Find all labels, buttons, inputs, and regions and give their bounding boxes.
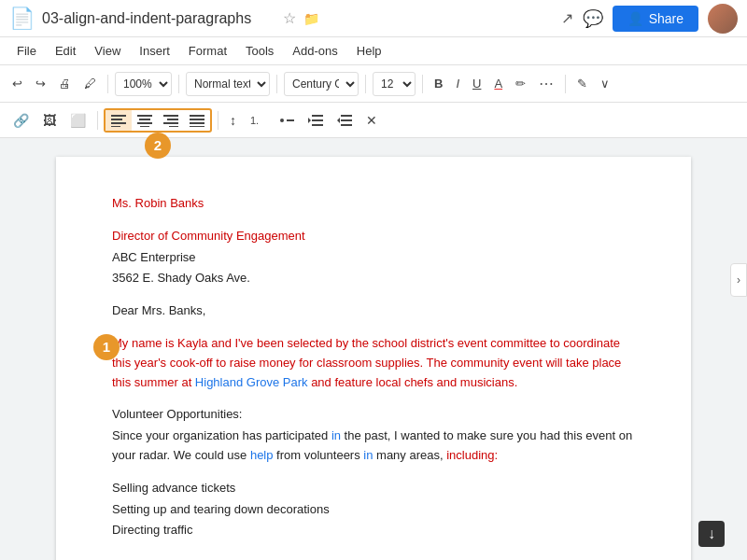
edit-pencil-button[interactable]: ✎ (572, 73, 592, 94)
chat-icon[interactable]: 💬 (583, 8, 603, 29)
svg-rect-13 (190, 119, 204, 120)
line-spacing-button[interactable]: ↕ (224, 109, 242, 132)
clear-formatting-button[interactable]: ✕ (360, 109, 383, 132)
trend-icon[interactable]: ↗ (561, 9, 573, 27)
avatar (708, 4, 738, 34)
svg-rect-0 (111, 115, 126, 117)
paint-format-button[interactable]: 🖊 (79, 73, 101, 94)
svg-point-17 (280, 119, 284, 122)
svg-rect-14 (190, 122, 204, 124)
toolbar: ↩ ↪ 🖨 🖊 100% Normal text Century Go... 1… (0, 65, 747, 103)
svg-rect-6 (137, 122, 152, 124)
align-justify-button[interactable] (184, 110, 210, 131)
greeting: Dear Mrs. Banks, (112, 301, 635, 321)
separator (276, 75, 277, 93)
share-button[interactable]: 👤 Share (613, 6, 698, 32)
list-item-1: Selling advance tickets (112, 479, 635, 498)
undo-button[interactable]: ↩ (7, 73, 27, 94)
menu-tools[interactable]: Tools (238, 41, 281, 61)
volunteer-paragraph: Since your organization has participated… (112, 427, 635, 466)
svg-rect-2 (111, 122, 126, 124)
style-select[interactable]: Normal text (186, 72, 270, 96)
svg-rect-21 (312, 124, 323, 126)
sender-address: 3562 E. Shady Oaks Ave. (112, 269, 635, 288)
menu-help[interactable]: Help (349, 41, 389, 61)
svg-rect-12 (190, 115, 204, 117)
svg-rect-1 (111, 119, 122, 120)
step-badge-2: 2 (145, 133, 171, 159)
svg-rect-4 (137, 115, 152, 117)
svg-rect-20 (312, 119, 323, 121)
sender-company: ABC Enterprise (112, 248, 635, 268)
title-bar: 📄 03-align-and-indent-paragraphs ☆ 📁 ↗ 💬… (0, 0, 747, 37)
doc-icon: 📄 (9, 7, 35, 31)
list-item-3: Directing traffic (112, 521, 635, 540)
more-options-button[interactable]: ⋯ (534, 71, 558, 96)
svg-rect-3 (111, 126, 120, 127)
underline-button[interactable]: U (468, 73, 486, 94)
list-item-2: Setting up and tearing down decorations (112, 500, 635, 520)
share-icon: 👤 (627, 11, 643, 26)
expand-button[interactable]: ∨ (596, 73, 614, 94)
separator (107, 75, 108, 93)
sidebar-tab[interactable]: › (730, 263, 747, 297)
svg-rect-25 (341, 124, 352, 126)
separator (178, 75, 179, 93)
italic-button[interactable]: I (451, 73, 464, 94)
align-group (104, 108, 212, 133)
align-left-button[interactable] (106, 110, 132, 131)
folder-icon[interactable]: 📁 (303, 11, 319, 26)
menu-view[interactable]: View (87, 41, 128, 61)
zoom-select[interactable]: 100% (115, 72, 172, 96)
sender-title: Director of Community Engagement (112, 227, 635, 246)
text-color-button[interactable]: A (489, 73, 507, 94)
bold-button[interactable]: B (430, 73, 447, 94)
step-badge-1: 1 (93, 334, 120, 360)
svg-rect-23 (341, 115, 352, 117)
menu-bar: File Edit View Insert Format Tools Add-o… (0, 37, 747, 65)
menu-format[interactable]: Format (181, 41, 234, 61)
svg-marker-26 (337, 118, 340, 123)
doc-title: 03-align-and-indent-paragraphs (42, 10, 283, 27)
document-area: Ms. Robin Banks Director of Community En… (0, 138, 747, 560)
svg-rect-18 (287, 119, 294, 121)
separator (422, 75, 423, 93)
svg-rect-19 (312, 115, 323, 117)
volunteer-header: Volunteer Opportunities: (112, 405, 635, 425)
svg-rect-15 (190, 126, 204, 127)
intro-paragraph: 1 My name is Kayla and I've been selecte… (112, 334, 635, 392)
decrease-indent-button[interactable] (303, 110, 329, 131)
menu-edit[interactable]: Edit (48, 41, 83, 61)
menu-addons[interactable]: Add-ons (285, 41, 345, 61)
align-center-button[interactable] (132, 110, 158, 131)
insert-image-button[interactable]: 🖼 (37, 109, 62, 132)
svg-text:1.: 1. (250, 115, 259, 126)
fontsize-select[interactable]: 12 (373, 72, 416, 96)
svg-rect-9 (167, 119, 178, 120)
font-select[interactable]: Century Go... (284, 72, 359, 96)
sender-name: Ms. Robin Banks (112, 194, 635, 214)
redo-button[interactable]: ↪ (31, 73, 50, 94)
svg-rect-8 (163, 115, 178, 117)
svg-marker-22 (308, 118, 311, 123)
separator (365, 75, 366, 93)
separator (218, 111, 218, 130)
format-toolbar: 🔗 🖼 ⬜ 2 ↕ 1. ✕ (0, 103, 747, 138)
print-button[interactable]: 🖨 (54, 73, 76, 94)
separator (565, 75, 566, 93)
navigate-down-icon[interactable]: ↓ (698, 521, 725, 547)
bullet-list-button[interactable] (274, 110, 300, 131)
menu-insert[interactable]: Insert (132, 41, 177, 61)
link-button[interactable]: 🔗 (7, 109, 35, 132)
align-right-button[interactable] (158, 110, 184, 131)
numbered-list-button[interactable]: 1. (245, 110, 271, 131)
insert-special-button[interactable]: ⬜ (64, 109, 92, 132)
highlight-button[interactable]: ✏ (511, 73, 530, 94)
star-icon[interactable]: ☆ (283, 9, 296, 27)
svg-rect-5 (139, 119, 150, 120)
svg-rect-24 (341, 119, 352, 121)
menu-file[interactable]: File (9, 41, 44, 61)
svg-rect-11 (169, 126, 178, 127)
increase-indent-button[interactable] (331, 110, 358, 131)
svg-rect-7 (140, 126, 149, 127)
